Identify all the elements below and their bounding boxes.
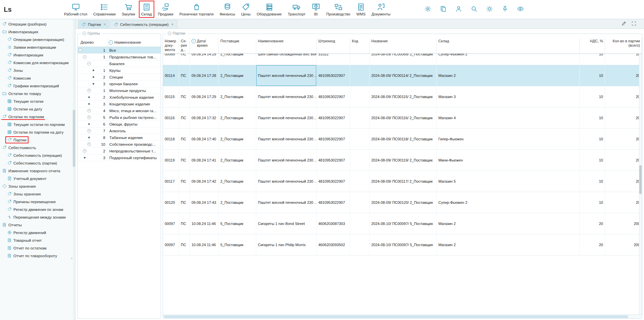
collapse-icon[interactable]: − xyxy=(168,32,171,35)
sidebar-item-28[interactable]: Товарный отчет xyxy=(0,236,75,244)
column-header-sklad[interactable]: Склад xyxy=(437,38,580,53)
expand-icon[interactable] xyxy=(631,21,637,26)
sidebar-item-2[interactable]: Операции (инвентаризация) xyxy=(0,36,75,43)
group-row[interactable]: 2Хлебобулочные изделия xyxy=(78,94,161,101)
party-row[interactable]: 00115ПС09.08.24 17:292_ПоставщикПаштет м… xyxy=(163,86,642,107)
pin-button[interactable] xyxy=(501,5,508,13)
tab-close-icon[interactable]: × xyxy=(171,22,173,27)
sidebar-item-4[interactable]: Инвентаризации xyxy=(0,51,75,59)
sidebar-item-23[interactable]: Причины перемещения xyxy=(0,198,75,205)
column-header-supplier[interactable]: Поставщик xyxy=(219,38,256,53)
tree-expand-icon[interactable]: + xyxy=(87,142,91,146)
topbar-item-directories[interactable]: Справочники xyxy=(91,0,118,19)
sidebar-item-12[interactable]: Остатки по партиям xyxy=(0,113,75,121)
sidebar-item-8[interactable]: Графики инвентаризаций xyxy=(0,82,75,90)
party-row[interactable]: 00065ПС09.08.24 14:252_ПоставщикШея свин… xyxy=(163,54,642,65)
sidebar-item-25[interactable]: Перемещения между зонами xyxy=(0,213,75,221)
sidebar-item-29[interactable]: Отчет по остаткам xyxy=(0,244,75,252)
group-row[interactable]: 3прочая бакалея xyxy=(78,81,161,87)
group-row[interactable]: +2Непродовольственные т... xyxy=(78,148,161,154)
tree-expand-icon[interactable]: + xyxy=(87,129,91,133)
column-header-tree[interactable]: Дерево xyxy=(78,38,107,47)
sidebar-item-19[interactable]: Изменение товарного отчета xyxy=(0,167,75,175)
tab-cost-operations[interactable]: Себестоимость (операции) × xyxy=(110,20,177,29)
party-row[interactable]: 00116ПС09.08.24 17:322_ПоставщикПаштет м… xyxy=(163,107,642,129)
group-row[interactable]: 3Подарочный сертификаты xyxy=(78,154,161,161)
sidebar-item-26[interactable]: Отчеты xyxy=(0,221,75,229)
column-header-vat[interactable]: НДС, % xyxy=(580,38,605,53)
topbar-item-production[interactable]: Производство xyxy=(324,0,353,19)
group-row[interactable]: +1Молочные продукты xyxy=(78,87,161,94)
topbar-item-documents[interactable]: Документы xyxy=(369,0,393,19)
topbar-item-prices[interactable]: Цены xyxy=(239,0,253,19)
settings-button[interactable] xyxy=(424,5,431,13)
parties-horizontal-scrollbar[interactable] xyxy=(163,314,642,318)
tab-close-icon[interactable]: × xyxy=(104,22,106,27)
topbar-item-bi[interactable]: BI xyxy=(309,0,323,19)
column-header-series[interactable]: Се-рия д... xyxy=(179,38,190,53)
vertical-scrollbar-thumb[interactable] xyxy=(639,165,642,194)
column-header-barcode[interactable]: Штрихкод xyxy=(317,38,350,53)
app-logo[interactable]: Ls xyxy=(0,0,15,19)
column-header-name[interactable]: Наименование xyxy=(256,38,317,53)
party-row-clipped[interactable]: 00065ПС09.08.24 14:252_ПоставщикШея свин… xyxy=(163,54,642,65)
group-row[interactable]: 1Крупы xyxy=(78,67,161,74)
sidebar-item-11[interactable]: Остатки на дату xyxy=(0,105,75,113)
topbar-item-purchases[interactable]: Закупки xyxy=(119,0,138,19)
sidebar-item-21[interactable]: Зоны хранения xyxy=(0,182,75,190)
clipboard-button[interactable] xyxy=(440,5,447,13)
sidebar-item-13[interactable]: Текущие остатки по партиям xyxy=(0,121,75,128)
sidebar-item-17[interactable]: Себестоимость (операции) xyxy=(0,151,75,159)
topbar-item-transport[interactable]: Транспорт xyxy=(285,0,308,19)
group-row[interactable]: 3Кондитерские изделия xyxy=(78,101,161,107)
topbar-item-finance[interactable]: Финансы xyxy=(217,0,237,19)
parties-vertical-scrollbar[interactable] xyxy=(639,54,642,314)
sidebar-scroll-down-icon[interactable]: ⌄ xyxy=(70,256,73,260)
topbar-item-retail[interactable]: Розничная торговля xyxy=(177,0,216,19)
horizontal-scrollbar-thumb[interactable] xyxy=(164,315,628,318)
sidebar-item-10[interactable]: Текущие остатки xyxy=(0,97,75,105)
party-row[interactable]: 00120ПС09.08.24 17:432_ПоставщикПаштет м… xyxy=(163,192,642,213)
tree-expand-icon[interactable]: + xyxy=(87,109,91,112)
party-row[interactable]: 00097ПС10.08.24 11:465_ПоставщикСигареты… xyxy=(163,234,642,256)
sidebar-item-1[interactable]: Инвентаризация xyxy=(0,28,75,36)
sidebar-item-5[interactable]: Комиссии для инвентаризации xyxy=(0,59,75,66)
group-row[interactable]: 8Табачные изделия xyxy=(78,134,161,141)
party-row[interactable]: 00118ПС09.08.24 17:402_ПоставщикПаштет м… xyxy=(163,129,642,150)
column-header-code[interactable]: Код xyxy=(350,38,370,53)
tree-collapse-icon[interactable]: − xyxy=(78,48,82,52)
edit-pencil-icon[interactable] xyxy=(621,21,627,26)
party-row[interactable]: 00114ПС09.08.24 17:282_ПоставщикПаштет м… xyxy=(163,65,642,86)
tree-expand-icon[interactable]: + xyxy=(87,89,91,92)
topbar-item-equipment[interactable]: Оборудование xyxy=(254,0,284,19)
topbar-item-sales[interactable]: Продажи xyxy=(156,0,176,19)
sidebar-item-30[interactable]: Отчет по товарообороту xyxy=(0,252,75,260)
sidebar-item-18[interactable]: Себестоимость (партии) xyxy=(0,159,75,167)
eye-button[interactable] xyxy=(517,5,524,13)
column-header-num[interactable]: Номер доку-мента xyxy=(163,38,179,53)
topbar-item-sklad[interactable]: Склад xyxy=(139,0,154,19)
group-row[interactable]: +5Рыба и рыбная гастроно... xyxy=(78,114,161,121)
sidebar-scrollbar-track[interactable] xyxy=(73,19,75,320)
column-header-datetime[interactable]: ↑Дата/ время xyxy=(190,38,219,53)
sidebar-item-7[interactable]: Комиссии xyxy=(0,74,75,82)
sidebar-item-22[interactable]: Зоны хранения xyxy=(0,190,75,198)
topbar-item-wms[interactable]: WMS xyxy=(354,0,368,19)
group-row[interactable]: +7Алкоголь xyxy=(78,128,161,134)
sidebar-item-6[interactable]: Зоны xyxy=(0,66,75,74)
group-row[interactable]: −1Все xyxy=(78,47,161,54)
group-row[interactable]: −1Продовольственные тов... xyxy=(78,54,161,60)
sidebar-item-16[interactable]: Себестоимость xyxy=(0,144,75,151)
topbar-item-desktop[interactable]: Рабочий стол xyxy=(62,0,90,19)
collapse-icon[interactable]: − xyxy=(83,32,86,35)
group-row[interactable]: −Бакалея xyxy=(78,60,161,67)
tab-parties[interactable]: Партии × xyxy=(78,20,109,29)
sidebar-item-14[interactable]: Остатки по партиям на дату xyxy=(0,128,75,136)
column-header-name[interactable]: ↑ Наименование xyxy=(107,40,161,45)
sidebar-item-24[interactable]: Регистр движения по зонам xyxy=(0,205,75,213)
sidebar-item-0[interactable]: Операции (разборка) xyxy=(0,20,75,28)
tree-expand-icon[interactable]: + xyxy=(83,149,87,153)
sidebar-item-27[interactable]: Регистр движений xyxy=(0,229,75,236)
group-row[interactable]: 2Специи xyxy=(78,74,161,81)
group-row[interactable]: +10Собственное производс... xyxy=(78,141,161,148)
